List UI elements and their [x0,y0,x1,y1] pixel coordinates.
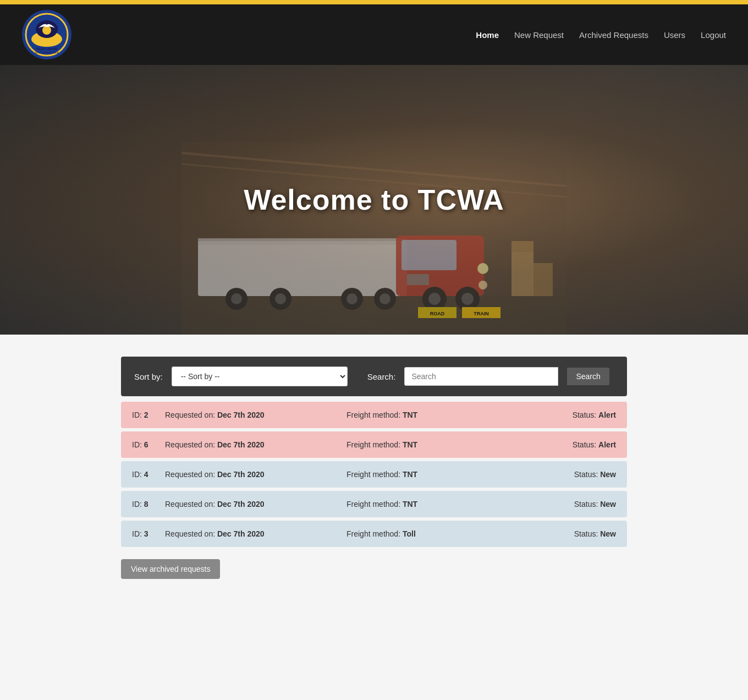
svg-text:WESTERN AUSTRALIA: WESTERN AUSTRALIA [35,51,58,54]
search-input[interactable] [404,367,558,386]
search-button[interactable]: Search [567,368,609,385]
row-status: Status: Alert [528,440,616,449]
svg-rect-10 [198,241,407,296]
table-row[interactable]: ID: 2 Requested on: Dec 7th 2020 Freight… [121,402,627,428]
table-row[interactable]: ID: 3 Requested on: Dec 7th 2020 Freight… [121,521,627,547]
svg-text:ROAD: ROAD [430,311,445,316]
row-date: Requested on: Dec 7th 2020 [165,440,346,449]
row-freight: Freight method: TNT [346,470,528,479]
nav-logout[interactable]: Logout [701,30,726,40]
nav-links: Home New Request Archived Requests Users… [476,30,726,40]
svg-point-27 [477,263,488,274]
view-archived-button[interactable]: View archived requests [121,559,220,579]
sort-label: Sort by: [134,372,163,381]
row-freight: Freight method: TNT [346,440,528,449]
nav-users[interactable]: Users [664,30,685,40]
svg-point-26 [461,293,474,305]
svg-point-18 [275,293,286,304]
hero-image: ROAD TRAIN [182,142,566,335]
svg-rect-11 [198,238,407,245]
filter-bar: Sort by: -- Sort by -- IDDateFreight Met… [121,357,627,396]
svg-point-22 [380,293,391,304]
svg-point-28 [479,281,487,289]
row-status: Status: New [528,529,616,538]
svg-text:TRAIN: TRAIN [474,311,489,316]
sort-select[interactable]: -- Sort by -- IDDateFreight MethodStatus [172,367,348,386]
svg-rect-33 [512,252,534,296]
top-yellow-bar [0,0,748,4]
svg-text:TRUCK CENTRE: TRUCK CENTRE [36,47,58,51]
row-id: ID: 3 [132,529,165,538]
row-id: ID: 4 [132,470,165,479]
logo[interactable]: TRUCK CENTRE WESTERN AUSTRALIA [22,10,72,59]
svg-rect-13 [402,240,457,270]
nav-archived-requests[interactable]: Archived Requests [579,30,648,40]
row-freight: Freight method: Toll [346,529,528,538]
svg-point-20 [346,293,358,304]
row-status: Status: New [528,500,616,508]
nav-home[interactable]: Home [476,30,499,40]
hero-title: Welcome to TCWA [244,183,504,216]
main-content: Sort by: -- Sort by -- IDDateFreight Met… [110,357,638,579]
row-date: Requested on: Dec 7th 2020 [165,411,346,419]
svg-rect-35 [534,263,553,296]
svg-point-3 [42,26,51,35]
nav-new-request[interactable]: New Request [514,30,564,40]
row-status: Status: New [528,470,616,479]
row-date: Requested on: Dec 7th 2020 [165,500,346,508]
requests-list: ID: 2 Requested on: Dec 7th 2020 Freight… [121,402,627,547]
row-id: ID: 2 [132,411,165,419]
svg-point-24 [428,293,441,305]
svg-point-16 [231,293,242,304]
row-date: Requested on: Dec 7th 2020 [165,470,346,479]
search-label: Search: [367,372,396,381]
svg-rect-34 [512,241,534,252]
table-row[interactable]: ID: 4 Requested on: Dec 7th 2020 Freight… [121,461,627,488]
row-id: ID: 6 [132,440,165,449]
row-freight: Freight method: TNT [346,411,528,419]
row-date: Requested on: Dec 7th 2020 [165,529,346,538]
hero-section: ROAD TRAIN Welcome to TCWA [0,65,748,335]
navbar: TRUCK CENTRE WESTERN AUSTRALIA Home New … [0,4,748,65]
row-freight: Freight method: TNT [346,500,528,508]
table-row[interactable]: ID: 6 Requested on: Dec 7th 2020 Freight… [121,431,627,458]
svg-rect-14 [407,274,429,285]
table-row[interactable]: ID: 8 Requested on: Dec 7th 2020 Freight… [121,491,627,517]
row-status: Status: Alert [528,411,616,419]
row-id: ID: 8 [132,500,165,508]
